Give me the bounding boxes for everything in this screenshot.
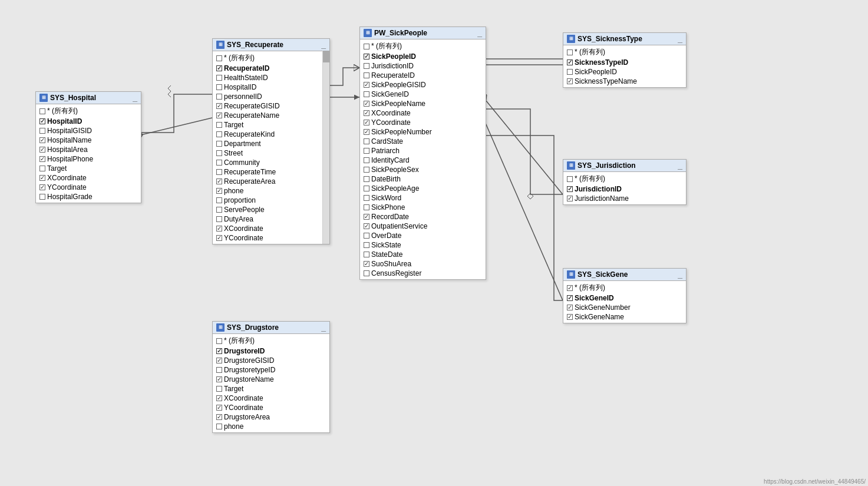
table-row: JurisdictionName bbox=[563, 194, 686, 203]
minimize-button[interactable]: _ bbox=[678, 35, 682, 43]
table-row: RecuperateID bbox=[213, 64, 329, 73]
checkbox[interactable] bbox=[364, 129, 369, 135]
table-title: SYS_SickGene bbox=[577, 270, 628, 279]
checkbox[interactable] bbox=[216, 216, 222, 222]
checkbox[interactable] bbox=[567, 305, 573, 310]
checkbox[interactable] bbox=[216, 113, 222, 118]
minimize-button[interactable]: _ bbox=[321, 41, 326, 49]
checkbox[interactable] bbox=[567, 59, 573, 65]
checkbox[interactable] bbox=[364, 120, 369, 125]
checkbox[interactable] bbox=[216, 94, 222, 100]
checkbox[interactable] bbox=[216, 169, 222, 175]
minimize-button[interactable]: _ bbox=[678, 270, 682, 279]
checkbox[interactable] bbox=[567, 49, 573, 55]
minimize-button[interactable]: _ bbox=[133, 94, 137, 102]
checkbox[interactable] bbox=[364, 44, 369, 49]
checkbox[interactable] bbox=[216, 395, 222, 401]
checkbox[interactable] bbox=[39, 147, 45, 153]
checkbox[interactable] bbox=[216, 188, 222, 194]
table-row: HealthStateID bbox=[213, 73, 329, 82]
checkbox[interactable] bbox=[364, 157, 369, 163]
checkbox[interactable] bbox=[216, 226, 222, 232]
checkbox[interactable] bbox=[364, 63, 369, 69]
checkbox[interactable] bbox=[39, 118, 45, 124]
table-row: SickPeopleGISID bbox=[360, 80, 486, 90]
checkbox[interactable] bbox=[39, 166, 45, 171]
checkbox[interactable] bbox=[364, 270, 369, 276]
table-row: DateBirth bbox=[360, 174, 486, 184]
checkbox[interactable] bbox=[39, 156, 45, 162]
checkbox[interactable] bbox=[216, 160, 222, 166]
checkbox[interactable] bbox=[216, 235, 222, 241]
checkbox[interactable] bbox=[39, 137, 45, 143]
checkbox[interactable] bbox=[567, 78, 573, 84]
checkbox[interactable] bbox=[567, 69, 573, 75]
checkbox[interactable] bbox=[364, 110, 369, 116]
checkbox[interactable] bbox=[39, 108, 45, 114]
minimize-button[interactable]: _ bbox=[678, 161, 682, 170]
checkbox[interactable] bbox=[364, 186, 369, 191]
checkbox[interactable] bbox=[364, 242, 369, 248]
checkbox[interactable] bbox=[364, 214, 369, 220]
table-row: SickPeopleName bbox=[360, 99, 486, 108]
minimize-button[interactable]: _ bbox=[321, 323, 326, 332]
checkbox[interactable] bbox=[364, 252, 369, 257]
checkbox[interactable] bbox=[567, 314, 573, 320]
checkbox[interactable] bbox=[364, 223, 369, 229]
checkbox[interactable] bbox=[216, 197, 222, 203]
checkbox[interactable] bbox=[216, 338, 222, 344]
table-row: phone bbox=[213, 186, 329, 196]
table-row: CensusRegister bbox=[360, 269, 486, 278]
checkbox[interactable] bbox=[216, 75, 222, 81]
checkbox[interactable] bbox=[216, 103, 222, 109]
checkbox[interactable] bbox=[216, 376, 222, 382]
checkbox[interactable] bbox=[364, 138, 369, 144]
table-row: DrugstoretypeID bbox=[213, 365, 329, 375]
table-row: * (所有列) bbox=[36, 105, 141, 117]
table-row: OutpatientService bbox=[360, 221, 486, 231]
checkbox[interactable] bbox=[216, 131, 222, 137]
checkbox[interactable] bbox=[39, 175, 45, 181]
checkbox[interactable] bbox=[364, 82, 369, 88]
checkbox[interactable] bbox=[216, 358, 222, 363]
checkbox[interactable] bbox=[567, 176, 573, 182]
checkbox[interactable] bbox=[216, 405, 222, 411]
checkbox[interactable] bbox=[216, 141, 222, 147]
checkbox[interactable] bbox=[216, 386, 222, 392]
checkbox[interactable] bbox=[567, 196, 573, 201]
checkbox[interactable] bbox=[216, 55, 222, 61]
table-row: YCoordinate bbox=[36, 183, 141, 192]
checkbox[interactable] bbox=[364, 91, 369, 97]
checkbox[interactable] bbox=[39, 194, 45, 200]
checkbox[interactable] bbox=[216, 424, 222, 429]
checkbox[interactable] bbox=[216, 65, 222, 71]
checkbox[interactable] bbox=[567, 285, 573, 291]
table-sys-jurisdiction: ⊞ SYS_Jurisdiction _ * (所有列) Jurisdictio… bbox=[563, 159, 687, 205]
checkbox[interactable] bbox=[216, 84, 222, 90]
checkbox[interactable] bbox=[364, 148, 369, 154]
checkbox[interactable] bbox=[39, 128, 45, 134]
checkbox[interactable] bbox=[216, 207, 222, 213]
checkbox[interactable] bbox=[364, 167, 369, 173]
checkbox[interactable] bbox=[216, 150, 222, 156]
checkbox[interactable] bbox=[364, 54, 369, 59]
checkbox[interactable] bbox=[364, 233, 369, 239]
checkbox[interactable] bbox=[364, 101, 369, 107]
checkbox[interactable] bbox=[39, 184, 45, 190]
checkbox[interactable] bbox=[364, 261, 369, 267]
svg-line-3 bbox=[483, 97, 563, 194]
checkbox[interactable] bbox=[216, 178, 222, 184]
checkbox[interactable] bbox=[216, 122, 222, 128]
checkbox[interactable] bbox=[364, 176, 369, 182]
checkbox[interactable] bbox=[216, 367, 222, 373]
checkbox[interactable] bbox=[567, 295, 573, 301]
table-sys-recuperate: ⊞ SYS_Recuperate _ * (所有列) RecuperateID … bbox=[212, 38, 330, 244]
checkbox[interactable] bbox=[364, 195, 369, 201]
checkbox[interactable] bbox=[364, 72, 369, 78]
checkbox[interactable] bbox=[216, 348, 222, 354]
checkbox[interactable] bbox=[364, 204, 369, 210]
checkbox[interactable] bbox=[216, 414, 222, 420]
minimize-button[interactable]: _ bbox=[477, 29, 482, 37]
checkbox[interactable] bbox=[567, 186, 573, 192]
table-row: * (所有列) bbox=[563, 47, 686, 58]
